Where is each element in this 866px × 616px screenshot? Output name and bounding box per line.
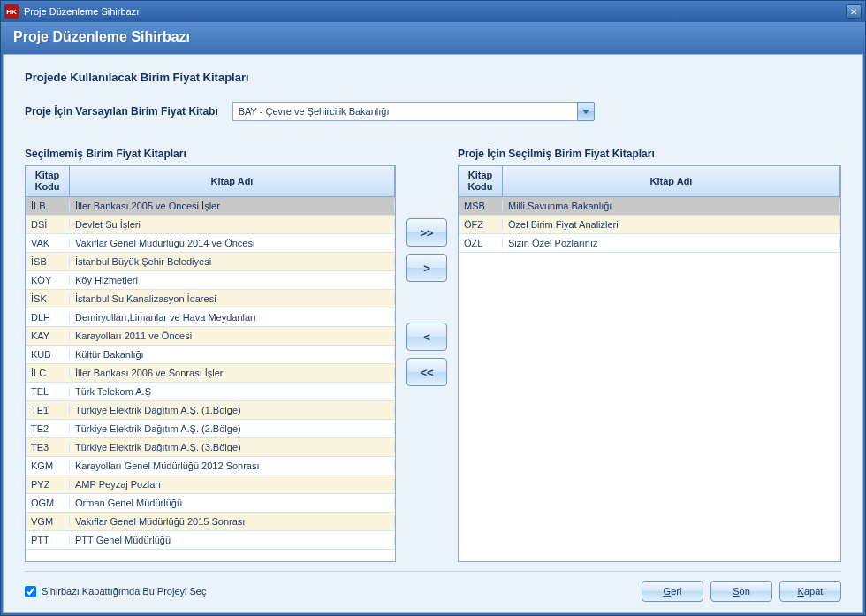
row-name: Kültür Bakanlığı [70,349,395,360]
remove-all-button[interactable]: << [406,358,447,386]
finish-button[interactable]: Son [710,581,772,602]
row-code: KUB [26,349,70,360]
row-code: İLB [26,201,70,211]
panel-title: Proje Düzenleme Sihirbazı [1,22,865,52]
row-name: İstanbul Su Kanalizasyon İdaresi [70,293,395,304]
col-header-name[interactable]: Kitap Adı [70,166,395,196]
selected-books-grid[interactable]: Kitap Kodu Kitap Adı MSBMilli Savunma Ba… [458,165,841,562]
default-book-input[interactable] [232,102,577,121]
table-row[interactable]: DSİDevlet Su İşleri [26,216,395,234]
row-code: KAY [26,331,70,341]
col-header-code[interactable]: Kitap Kodu [459,166,503,196]
selected-books-column: Proje İçin Seçilmiş Birim Fiyat Kitaplar… [458,148,841,562]
row-code: TE1 [26,405,70,415]
row-name: Köy Hizmetleri [70,275,395,285]
row-name: Karayolları 2011 ve Öncesi [70,331,395,341]
row-code: VAK [26,238,70,248]
content-area: Projede Kullanılacak Birim Fiyat Kitapla… [3,54,863,613]
default-book-dropdown-button[interactable] [577,102,595,121]
default-book-row: Proje İçin Varsayılan Birim Fiyat Kitabı [25,102,841,121]
row-name: AMP Peyzaj Pozları [70,479,395,490]
col-header-name[interactable]: Kitap Adı [503,166,840,196]
table-row[interactable]: OGMOrman Genel Müdürlüğü [26,494,395,513]
row-code: MSB [459,201,503,211]
available-books-body[interactable]: İLBİller Bankası 2005 ve Öncesi İşlerDSİ… [26,197,395,561]
table-row[interactable]: TE3Türkiye Elektrik Dağıtım A.Ş. (3.Bölg… [26,438,395,457]
back-button[interactable]: Geri [642,581,703,602]
table-row[interactable]: VGMVakıflar Genel Müdürlüğü 2015 Sonrası [26,513,395,531]
row-name: Demiryolları,Limanlar ve Hava Meydanları [70,312,395,323]
row-name: Vakıflar Genel Müdürlüğü 2015 Sonrası [70,516,395,527]
table-row[interactable]: DLHDemiryolları,Limanlar ve Hava Meydanl… [26,308,395,327]
available-books-header: Kitap Kodu Kitap Adı [26,166,395,197]
row-code: ÖFZ [459,219,503,230]
window-close-button[interactable]: ✕ [846,4,862,19]
mover-column: >> > < << [396,148,458,562]
window-title: Proje Düzenleme Sihirbazı [24,6,846,17]
row-name: Sizin Özel Pozlarınız [503,238,840,248]
titlebar[interactable]: HK Proje Düzenleme Sihirbazı ✕ [1,1,865,22]
wizard-window: HK Proje Düzenleme Sihirbazı ✕ Proje Düz… [0,0,866,616]
table-row[interactable]: İSKİstanbul Su Kanalizasyon İdaresi [26,290,395,308]
add-all-button[interactable]: >> [406,218,447,247]
row-name: Vakıflar Genel Müdürlüğü 2014 ve Öncesi [70,238,395,248]
select-project-on-close-label[interactable]: Sihirbazı Kapattığımda Bu Projeyi Seç [42,586,206,597]
table-row[interactable]: ÖZLSizin Özel Pozlarınız [459,234,840,253]
available-books-grid[interactable]: Kitap Kodu Kitap Adı İLBİller Bankası 20… [25,165,396,562]
close-button[interactable]: Kapat [779,581,841,602]
row-code: KÖY [26,275,70,285]
default-book-combo[interactable] [232,102,595,121]
row-code: TE3 [26,442,70,452]
row-name: İller Bankası 2006 ve Sonrası İşler [70,368,395,378]
selected-books-body[interactable]: MSBMilli Savunma BakanlığıÖFZÖzel Birim … [459,197,840,561]
row-name: Orman Genel Müdürlüğü [70,498,395,508]
remove-one-button[interactable]: < [406,323,447,351]
table-row[interactable]: MSBMilli Savunma Bakanlığı [459,197,840,216]
row-name: Devlet Su İşleri [70,219,395,230]
table-row[interactable]: VAKVakıflar Genel Müdürlüğü 2014 ve Önce… [26,234,395,253]
selected-books-label: Proje İçin Seçilmiş Birim Fiyat Kitaplar… [458,148,841,160]
table-row[interactable]: KAYKarayolları 2011 ve Öncesi [26,327,395,346]
table-row[interactable]: ÖFZÖzel Birim Fiyat Analizleri [459,216,840,234]
available-books-label: Seçilmemiş Birim Fiyat Kitapları [25,148,396,160]
table-row[interactable]: KÖYKöy Hizmetleri [26,271,395,290]
row-name: Türkiye Elektrik Dağıtım A.Ş. (2.Bölge) [70,423,395,434]
table-row[interactable]: İLBİller Bankası 2005 ve Öncesi İşler [26,197,395,216]
row-code: İSB [26,256,70,267]
default-book-label: Proje İçin Varsayılan Birim Fiyat Kitabı [25,105,218,118]
table-row[interactable]: TE1Türkiye Elektrik Dağıtım A.Ş. (1.Bölg… [26,401,395,420]
row-code: PYZ [26,479,70,490]
row-code: PTT [26,535,70,545]
row-name: Karayolları Genel Müdürlüğü 2012 Sonrası [70,460,395,471]
table-row[interactable]: TELTürk Telekom A.Ş [26,383,395,401]
table-row[interactable]: İLCİller Bankası 2006 ve Sonrası İşler [26,364,395,383]
col-header-code[interactable]: Kitap Kodu [26,166,70,196]
table-row[interactable]: İSBİstanbul Büyük Şehir Belediyesi [26,253,395,271]
row-name: PTT Genel Müdürlüğü [70,535,395,545]
table-row[interactable]: TE2Türkiye Elektrik Dağıtım A.Ş. (2.Bölg… [26,420,395,438]
row-code: ÖZL [459,238,503,248]
add-one-button[interactable]: > [406,254,447,282]
table-row[interactable]: PTTPTT Genel Müdürlüğü [26,531,395,550]
row-code: DLH [26,312,70,323]
table-row[interactable]: PYZAMP Peyzaj Pozları [26,475,395,494]
row-code: VGM [26,516,70,527]
row-name: İller Bankası 2005 ve Öncesi İşler [70,201,395,211]
table-row[interactable]: KGMKarayolları Genel Müdürlüğü 2012 Sonr… [26,457,395,475]
row-name: Türk Telekom A.Ş [70,386,395,397]
row-name: Türkiye Elektrik Dağıtım A.Ş. (1.Bölge) [70,405,395,415]
section-title: Projede Kullanılacak Birim Fiyat Kitapla… [25,71,841,84]
select-project-on-close-checkbox[interactable] [25,586,36,597]
row-code: DSİ [26,219,70,230]
row-code: KGM [26,460,70,471]
row-code: OGM [26,498,70,508]
row-code: İSK [26,293,70,304]
available-books-column: Seçilmemiş Birim Fiyat Kitapları Kitap K… [25,148,396,562]
row-code: TEL [26,386,70,397]
row-name: Milli Savunma Bakanlığı [503,201,840,211]
table-row[interactable]: KUBKültür Bakanlığı [26,346,395,364]
row-name: İstanbul Büyük Şehir Belediyesi [70,256,395,267]
row-code: İLC [26,368,70,378]
footer: Sihirbazı Kapattığımda Bu Projeyi Seç Ge… [25,571,841,602]
row-name: Türkiye Elektrik Dağıtım A.Ş. (3.Bölge) [70,442,395,452]
